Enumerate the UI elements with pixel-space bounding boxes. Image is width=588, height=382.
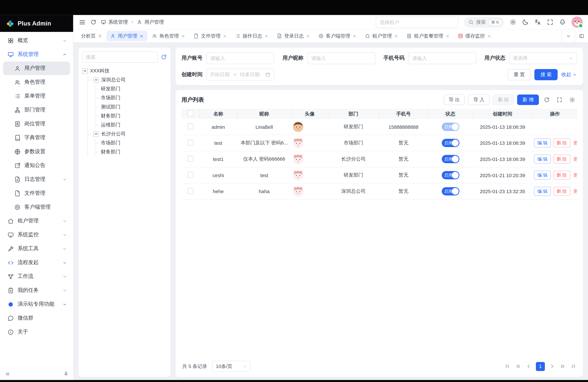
status-toggle[interactable]: 启用 (441, 123, 459, 131)
sidebar-item-system-management[interactable]: 系统管理 (3, 48, 70, 61)
sidebar-item-menu-management[interactable]: 菜单管理 (3, 89, 70, 103)
add-button[interactable]: 新 增 (517, 95, 539, 105)
close-icon[interactable] (353, 34, 357, 38)
sidebar-item-demo-features[interactable]: 演示站专用功能 (3, 297, 70, 311)
tree-node-dept[interactable]: 财务部门 (95, 147, 167, 156)
tree-refresh-icon[interactable] (161, 54, 167, 60)
status-toggle[interactable]: 启用 (441, 155, 459, 163)
row-checkbox[interactable] (188, 139, 193, 146)
sidebar-item-tenant-management[interactable]: 租户管理 (3, 214, 70, 228)
sidebar-item-my-tasks[interactable]: 我的任务 (3, 284, 70, 297)
tab-role-management[interactable]: 角色管理 (148, 31, 189, 41)
close-icon[interactable] (487, 34, 491, 38)
search-button[interactable]: 搜 索 (535, 69, 558, 80)
status-select[interactable]: 请选择 (509, 52, 577, 64)
tab-tenant-package[interactable]: 租户套餐管理 (403, 31, 453, 41)
edit-button[interactable]: 编 辑 (534, 155, 551, 164)
sidebar-item-dept-management[interactable]: 部门管理 (3, 103, 70, 117)
status-toggle[interactable]: 启用 (441, 171, 459, 179)
prev-group-button[interactable] (515, 363, 521, 370)
delete-row-button[interactable]: 删 除 (553, 171, 570, 180)
phone-input[interactable] (408, 52, 476, 64)
close-icon[interactable] (394, 34, 398, 38)
tab-file-management[interactable]: 文件管理 (190, 31, 231, 41)
row-checkbox[interactable] (188, 156, 193, 162)
tree-node-dept[interactable]: 运维部门 (95, 120, 167, 129)
sidebar-item-about[interactable]: 关于 (3, 325, 70, 339)
nickname-input[interactable] (307, 52, 375, 64)
delete-button[interactable]: 删 除 (493, 95, 514, 105)
tree-collapse-toggle[interactable] (93, 77, 99, 83)
export-button[interactable]: 导 出 (443, 95, 465, 105)
tree-node-branch[interactable]: 长沙分公司 (88, 129, 167, 138)
delete-row-button[interactable]: 删 除 (553, 187, 570, 196)
sidebar-item-system-monitor[interactable]: 系统监控 (3, 228, 70, 242)
edit-button[interactable]: 编 辑 (534, 187, 551, 196)
edit-button[interactable]: 编 辑 (534, 138, 551, 147)
prev-page-button[interactable] (525, 363, 532, 370)
status-toggle[interactable]: 启用 (441, 187, 459, 196)
tab-tenant-management[interactable]: 租户管理 (361, 31, 402, 41)
pin-icon[interactable] (98, 34, 102, 38)
sidebar-item-dict-management[interactable]: 字典管理 (3, 131, 70, 145)
collapse-sidebar-icon[interactable] (5, 371, 11, 377)
user-avatar[interactable] (571, 17, 583, 28)
sidebar-item-system-tools[interactable]: 系统工具 (3, 242, 70, 255)
pin-icon[interactable] (63, 372, 69, 377)
tree-collapse-toggle[interactable] (93, 131, 99, 137)
tree-node-root[interactable]: XXX科技 (82, 66, 167, 75)
breadcrumb-system[interactable]: 系统管理 (108, 19, 128, 25)
tree-node-dept[interactable]: 测试部门 (95, 103, 167, 111)
sidebar-item-overview[interactable]: 概览 (3, 34, 70, 47)
delete-row-button[interactable]: 删 除 (553, 155, 570, 164)
sidebar-item-process-start[interactable]: 流程发起 (3, 256, 70, 269)
more-button[interactable]: 更多 (572, 187, 577, 196)
close-icon[interactable] (446, 34, 450, 38)
close-icon[interactable] (140, 34, 144, 38)
status-toggle[interactable]: 启用 (441, 139, 459, 147)
tree-node-dept[interactable]: 市场部门 (95, 138, 167, 147)
row-checkbox[interactable] (188, 123, 193, 129)
tree-search-input[interactable] (82, 51, 158, 63)
tab-cache-monitor[interactable]: 缓存监控 (454, 31, 495, 41)
gear-icon[interactable] (510, 19, 516, 25)
tree-node-dept[interactable]: 研发部门 (95, 85, 167, 93)
tab-client-management[interactable]: 客户端管理 (315, 31, 360, 41)
account-input[interactable] (206, 52, 274, 64)
sidebar-item-user-management[interactable]: 用户管理 (3, 62, 70, 75)
row-checkbox[interactable] (188, 171, 193, 178)
tab-login-log[interactable]: 登录日志 (273, 31, 314, 41)
sidebar-item-notice[interactable]: 通知公告 (3, 159, 70, 172)
next-page-button[interactable] (549, 363, 555, 370)
reset-button[interactable]: 重 置 (508, 69, 531, 80)
close-icon[interactable] (181, 34, 185, 38)
sidebar-item-param-settings[interactable]: 参数设置 (3, 145, 70, 158)
collapse-filters-link[interactable]: 收起 (561, 71, 577, 78)
fullscreen-icon[interactable] (547, 19, 553, 25)
moon-icon[interactable] (522, 19, 529, 25)
select-all-checkbox[interactable] (187, 110, 193, 116)
sidebar-item-wechat-group[interactable]: 微信群 (3, 311, 70, 325)
page-size-select[interactable]: 10条/页 (212, 361, 251, 372)
tenant-select-input[interactable] (376, 16, 458, 28)
tab-analysis[interactable]: 分析页 (77, 31, 106, 41)
next-group-button[interactable] (560, 363, 566, 370)
last-page-button[interactable] (570, 363, 576, 370)
close-icon[interactable] (306, 34, 310, 38)
global-search-button[interactable]: 搜索 ⌘ K (464, 17, 504, 28)
more-button[interactable]: 更多 (572, 155, 577, 164)
first-page-button[interactable] (504, 363, 511, 370)
table-settings-icon[interactable] (567, 95, 577, 105)
close-icon[interactable] (223, 34, 227, 38)
sidebar-item-role-management[interactable]: 角色管理 (3, 75, 70, 89)
translate-icon[interactable] (534, 19, 541, 25)
tree-node-company[interactable]: 深圳总公司 (88, 75, 167, 84)
brand-logo-row[interactable]: Plus Admin (0, 15, 73, 32)
breadcrumb-users[interactable]: 用户管理 (144, 19, 164, 25)
row-checkbox[interactable] (188, 188, 193, 194)
sidebar-item-log-management[interactable]: 日志管理 (3, 172, 70, 186)
sidebar-item-client-management[interactable]: 客户端管理 (3, 200, 70, 214)
table-fullscreen-icon[interactable] (555, 95, 565, 105)
table-refresh-icon[interactable] (542, 95, 552, 105)
tree-node-dept[interactable]: 市场部门 (95, 93, 167, 103)
